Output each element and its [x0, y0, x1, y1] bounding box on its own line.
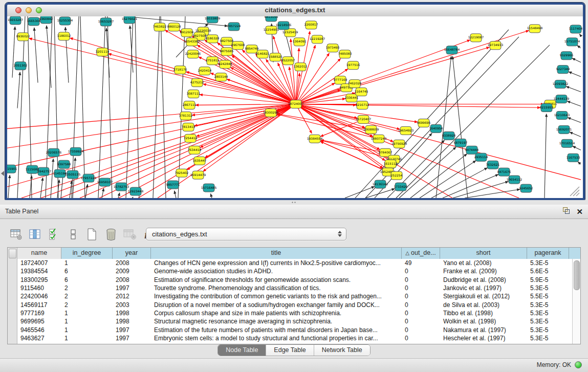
table-cell[interactable]: 1	[61, 318, 113, 325]
table-cell[interactable]: 0	[402, 310, 440, 317]
network-node[interactable]: 12254901	[264, 26, 279, 34]
column-header-in-degree[interactable]: in_degree	[61, 248, 113, 259]
network-node[interactable]: 7485083	[338, 50, 352, 58]
network-node[interactable]: 15751074	[564, 38, 580, 46]
network-node[interactable]: 2420414	[198, 67, 212, 75]
table-cell[interactable]: Investigating the contribution of common…	[151, 293, 402, 300]
network-node[interactable]: 1364091	[293, 38, 307, 46]
table-cell[interactable]: 1997	[113, 285, 151, 292]
network-node[interactable]: 1115682	[26, 165, 39, 173]
network-node[interactable]: 2260817	[304, 21, 318, 29]
network-node[interactable]: 15716485	[201, 184, 217, 192]
network-node[interactable]: 13505135	[65, 170, 81, 179]
network-window-titlebar[interactable]: citations_edges.txt	[7, 5, 583, 17]
table-cell[interactable]: Hescheler et al. (1997)	[440, 335, 527, 342]
table-cell[interactable]: 9463627	[17, 335, 61, 342]
network-node[interactable]: 7463822	[153, 23, 167, 31]
show-columns-icon[interactable]	[28, 227, 42, 242]
table-cell[interactable]: Structural magnetic resonance image aver…	[151, 318, 402, 325]
network-node[interactable]: 17359924	[68, 147, 84, 156]
table-scrollbar[interactable]	[572, 259, 580, 344]
network-node[interactable]: 10688609	[363, 125, 379, 134]
network-edge[interactable]	[12, 27, 15, 78]
network-node[interactable]: 8912934	[180, 29, 194, 37]
network-edge[interactable]	[577, 46, 581, 48]
network-edge[interactable]	[355, 30, 509, 198]
network-node[interactable]: 19756928	[391, 140, 407, 148]
network-edge[interactable]	[296, 47, 489, 104]
network-node[interactable]: 17016514	[559, 139, 575, 147]
table-cell[interactable]: 1	[61, 259, 113, 267]
table-cell[interactable]: 1	[61, 335, 113, 342]
network-node[interactable]: 16210643	[554, 111, 570, 119]
table-cell[interactable]: Wolkin et al. (1998)	[440, 318, 527, 325]
table-cell[interactable]: Genome-wide association studies in ADHD.	[151, 268, 402, 275]
table-cell[interactable]: 9465546	[17, 326, 61, 334]
table-row[interactable]: 2242004622012Investigating the contribut…	[17, 292, 573, 300]
network-edge[interactable]	[566, 86, 581, 92]
table-cell[interactable]: Corpus callosum shape and size in male p…	[151, 310, 402, 317]
network-node[interactable]: 2803144	[214, 73, 228, 81]
table-cell[interactable]: 2003	[113, 301, 151, 309]
network-node[interactable]: 1167533	[567, 154, 580, 162]
network-edge[interactable]	[572, 58, 581, 62]
table-cell[interactable]: Estimation of the future numbers of pati…	[151, 326, 402, 334]
network-edge[interactable]	[175, 191, 176, 198]
network-node[interactable]: 2751811	[206, 57, 220, 65]
table-cell[interactable]: 6	[61, 268, 113, 275]
network-node[interactable]: 3201114	[96, 48, 110, 56]
network-edge[interactable]	[80, 16, 85, 198]
network-node[interactable]: 8186328	[206, 35, 220, 43]
network-edge[interactable]	[161, 16, 166, 198]
network-node[interactable]: 19218506	[276, 21, 292, 30]
table-cell[interactable]: 2008	[113, 259, 151, 267]
network-node[interactable]: 7634414	[188, 146, 202, 154]
network-node[interactable]: 252254	[391, 171, 403, 180]
network-node[interactable]: 9245652	[519, 184, 533, 192]
network-node[interactable]: 19654923	[398, 126, 414, 135]
table-cell[interactable]: 1997	[113, 326, 151, 334]
table-cell[interactable]: 0	[402, 301, 440, 309]
network-node[interactable]: 15720407	[356, 115, 372, 123]
horizontal-splitter[interactable]	[0, 200, 588, 205]
network-edge[interactable]	[570, 132, 581, 137]
table-cell[interactable]: 2009	[113, 268, 151, 275]
table-select-dropdown[interactable]: citations_edges.txt	[146, 228, 346, 240]
network-node[interactable]: 6813054	[265, 16, 278, 21]
table-cell[interactable]: 5.3E-5	[527, 285, 569, 292]
network-node[interactable]: 1186012	[57, 32, 71, 40]
network-node[interactable]: 7857224	[227, 23, 241, 31]
network-node[interactable]: 12219087	[468, 34, 484, 42]
table-cell[interactable]: Stergiakouli et al. (2012)	[440, 293, 527, 300]
network-edge[interactable]	[545, 114, 547, 198]
table-cell[interactable]: 5.5E-5	[527, 293, 569, 300]
table-mode-icon[interactable]	[9, 227, 24, 242]
network-node[interactable]: 7813413	[182, 123, 195, 131]
network-node[interactable]: 11548498	[527, 25, 543, 33]
network-node[interactable]: 20206576	[46, 148, 62, 157]
create-column-icon[interactable]	[85, 227, 99, 242]
table-cell[interactable]: 2	[61, 293, 113, 300]
network-node[interactable]: 18300295	[263, 108, 279, 117]
table-row[interactable]: 969969511998Structural magnetic resonanc…	[17, 317, 573, 325]
network-node[interactable]: 9338928	[442, 132, 456, 140]
network-edge[interactable]	[567, 101, 581, 106]
network-edge[interactable]	[210, 194, 212, 198]
table-cell[interactable]: Yano et al. (2008)	[440, 259, 527, 267]
network-edge[interactable]	[133, 197, 133, 198]
network-edge[interactable]	[578, 162, 581, 164]
table-cell[interactable]: 2	[61, 301, 113, 309]
network-node[interactable]: 3216712	[356, 101, 369, 110]
network-node[interactable]: 18724007	[288, 100, 304, 108]
network-node[interactable]: 9360842	[39, 16, 53, 24]
network-node[interactable]: 9699695	[417, 119, 431, 127]
network-node[interactable]: 16958107	[97, 178, 113, 186]
network-edge[interactable]	[296, 104, 519, 198]
delete-column-icon[interactable]	[104, 227, 118, 242]
tab-node-table[interactable]: Node Table	[218, 345, 266, 356]
network-node[interactable]: 2718176	[173, 66, 187, 74]
network-node[interactable]: 12923448	[128, 187, 144, 195]
network-node[interactable]: 1635447	[193, 157, 207, 165]
network-node[interactable]: 7462026	[348, 80, 362, 88]
table-cell[interactable]: 9115460	[17, 285, 61, 292]
